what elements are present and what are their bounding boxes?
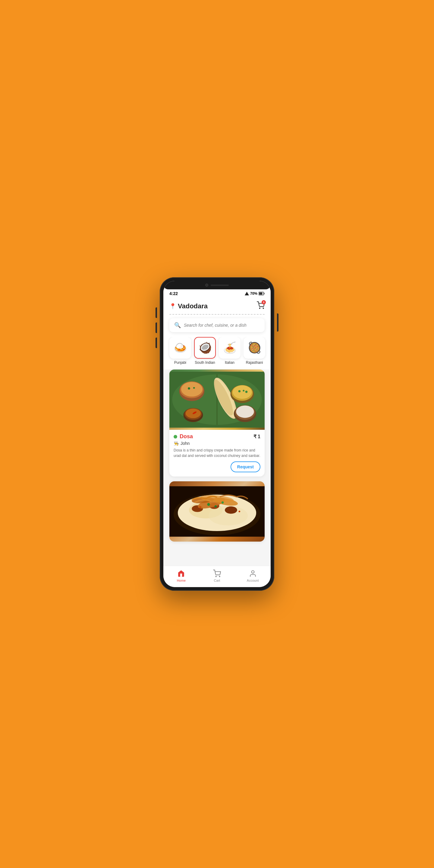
dosa-name: Dosa [180, 433, 193, 440]
category-italian-icon: 🍝 [219, 337, 241, 359]
nav-cart[interactable]: Cart [199, 568, 235, 584]
dosa-title-left: Dosa [174, 433, 193, 440]
location-pin-icon: 📍 [169, 303, 176, 310]
category-south-indian[interactable]: 🥥 South Indian [194, 337, 216, 365]
cart-button[interactable]: 0 [257, 301, 265, 311]
svg-point-48 [219, 576, 220, 577]
veg-indicator [174, 435, 177, 438]
svg-point-5 [263, 308, 264, 309]
category-rajasthani-label: Rajasthani [246, 361, 263, 365]
speaker [211, 284, 229, 286]
power-button [277, 313, 278, 332]
bottom-navigation: Home Cart Account [163, 566, 271, 587]
svg-point-25 [245, 391, 247, 393]
category-rajasthani[interactable]: 🥘 Rajasthani [244, 337, 265, 365]
status-bar: 4:22 70% [163, 289, 271, 298]
chef-hat-icon: 👨‍🍳 [174, 441, 179, 446]
svg-point-19 [236, 406, 254, 418]
dosa-card-body: Dosa ₹ 1 👨‍🍳 John Dosa is a thin and cri… [169, 430, 265, 476]
dosa-request-button[interactable]: Request [230, 461, 260, 472]
location-wrap: 📍 Vadodara [169, 302, 208, 310]
app-header: 📍 Vadodara 0 [163, 298, 271, 314]
svg-point-15 [188, 387, 190, 390]
phone-notch [163, 281, 271, 289]
search-icon: 🔍 [174, 322, 181, 329]
dosa-description: Dosa is a thin and crispy crepe made fro… [174, 447, 260, 458]
cart-nav-icon [213, 569, 221, 578]
dosa-chef-name: John [181, 441, 190, 446]
svg-point-14 [181, 382, 203, 396]
header-divider [169, 314, 265, 315]
account-nav-icon [249, 569, 257, 578]
food-card-dosa: Dosa ₹ 1 👨‍🍳 John Dosa is a thin and cri… [169, 370, 265, 476]
svg-point-37 [225, 506, 237, 514]
signal-icon [245, 292, 249, 296]
category-punjabi-icon: 🍛 [169, 337, 191, 359]
svg-point-45 [199, 506, 201, 508]
status-icons: 70% [245, 291, 265, 296]
svg-point-47 [216, 576, 216, 577]
cart-badge: 0 [261, 300, 266, 304]
svg-point-42 [207, 503, 210, 506]
dosa-price: ₹ 1 [253, 434, 260, 439]
dosa-image [169, 370, 265, 430]
category-punjabi-label: Punjabi [174, 361, 186, 365]
svg-rect-2 [264, 293, 265, 294]
battery-percent: 70% [250, 291, 257, 296]
status-time: 4:22 [169, 291, 178, 296]
home-icon [177, 569, 185, 578]
silent-button [156, 338, 157, 348]
food-cards-list: Dosa ₹ 1 👨‍🍳 John Dosa is a thin and cri… [163, 370, 271, 566]
category-south-indian-label: South Indian [195, 361, 215, 365]
biryani-illustration [169, 484, 265, 538]
svg-point-44 [215, 505, 217, 507]
svg-point-23 [239, 390, 241, 392]
search-input[interactable] [184, 323, 260, 328]
search-container: 🔍 [169, 318, 265, 332]
svg-marker-0 [245, 292, 249, 296]
svg-point-22 [233, 385, 252, 399]
dosa-chef-row: 👨‍🍳 John [174, 441, 260, 446]
biryani-image [169, 481, 265, 541]
category-italian[interactable]: 🍝 Italian [219, 337, 241, 365]
search-box[interactable]: 🔍 [169, 318, 265, 332]
volume-up-button [156, 307, 157, 318]
category-south-indian-icon: 🥥 [194, 337, 216, 359]
category-rajasthani-icon: 🥘 [244, 337, 265, 359]
phone-frame: 4:22 70% 📍 Vadodara [160, 277, 274, 591]
account-nav-label: Account [247, 579, 259, 582]
svg-point-16 [193, 387, 195, 389]
category-punjabi[interactable]: 🍛 Punjabi [169, 337, 191, 365]
svg-point-24 [243, 390, 245, 392]
categories-list: 🍛 Punjabi 🥥 South Indian 🍝 Italian 🥘 Raj… [163, 337, 271, 370]
location-name: Vadodara [178, 302, 208, 310]
svg-point-4 [259, 308, 260, 309]
nav-home[interactable]: Home [163, 568, 199, 584]
front-camera [205, 284, 208, 287]
food-card-biryani [169, 481, 265, 541]
svg-rect-3 [259, 293, 262, 295]
nav-account[interactable]: Account [235, 568, 271, 584]
dosa-request-wrap: Request [174, 461, 260, 472]
category-italian-label: Italian [225, 361, 235, 365]
cart-nav-label: Cart [214, 579, 220, 582]
phone-screen: 4:22 70% 📍 Vadodara [163, 281, 271, 587]
battery-icon [258, 292, 265, 296]
dosa-title-row: Dosa ₹ 1 [174, 433, 260, 440]
svg-point-46 [239, 510, 241, 513]
screen-content: 📍 Vadodara 0 🔍 [163, 298, 271, 566]
home-nav-label: Home [177, 579, 186, 582]
volume-down-button [156, 322, 157, 333]
svg-point-43 [221, 501, 224, 504]
svg-point-49 [251, 570, 254, 573]
dosa-illustration [169, 370, 265, 430]
